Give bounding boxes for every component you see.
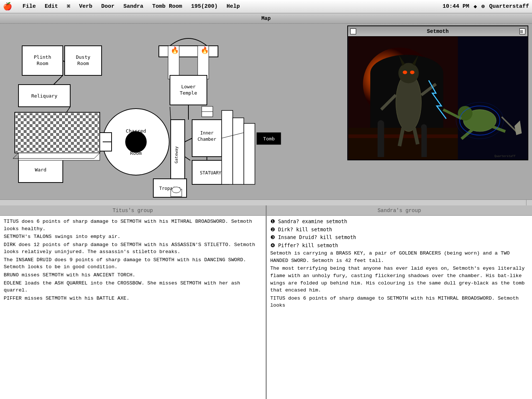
sandra-group-line: ❹ Piffer? kill setmoth bbox=[270, 242, 529, 249]
sandra-group-line: ❸ Insane Druid? kill setmoth bbox=[270, 234, 529, 241]
svg-rect-17 bbox=[18, 153, 100, 160]
titus-group-line: DIRK does 12 points of sharp damage to S… bbox=[4, 241, 262, 256]
scroll-corner bbox=[526, 200, 532, 205]
titus-group-header: Titus's group bbox=[0, 205, 266, 216]
svg-text:Room: Room bbox=[130, 150, 141, 156]
app-icon: ⊕ bbox=[481, 3, 485, 10]
sandra-group-line: The most terrifying being that anyone ha… bbox=[270, 265, 529, 294]
svg-text:Quarterstaff: Quarterstaff bbox=[494, 154, 515, 158]
svg-text:🔥: 🔥 bbox=[171, 46, 179, 54]
bottom-panel: Titus's group TITUS does 6 points of sha… bbox=[0, 205, 532, 399]
menu-help[interactable]: Help bbox=[222, 3, 244, 10]
setmoth-window: Setmoth ≡ bbox=[347, 25, 528, 160]
svg-text:🔥: 🔥 bbox=[201, 46, 209, 54]
horizontal-scrollbar[interactable] bbox=[0, 200, 526, 205]
svg-rect-86 bbox=[378, 124, 384, 157]
map-svg: Plinth Room Dusty Room Reliquary Ward bbox=[0, 24, 288, 205]
svg-rect-28 bbox=[159, 46, 218, 57]
menu-bar: 🍎 File Edit ⌘ Verb Door Sandra Tomb Room… bbox=[0, 0, 532, 13]
apple-menu[interactable]: 🍎 bbox=[3, 2, 12, 11]
titus-group-panel: Titus's group TITUS does 6 points of sha… bbox=[0, 205, 266, 399]
window-zoom-button[interactable]: ≡ bbox=[519, 28, 525, 34]
svg-text:Reliquary: Reliquary bbox=[31, 93, 58, 99]
sandra-group-line: Setmoth is carrying a BRASS KEY, a pair … bbox=[270, 250, 529, 264]
titus-group-line: PIFFER misses SETMOTH with his BATTLE AX… bbox=[4, 295, 262, 302]
svg-text:Room: Room bbox=[37, 61, 48, 66]
svg-text:Inner: Inner bbox=[200, 130, 214, 136]
menu-door[interactable]: Door bbox=[97, 3, 119, 10]
titus-group-line: The INSANE DRUID does 9 points of sharp … bbox=[4, 256, 262, 271]
map-title: Map bbox=[0, 13, 532, 24]
svg-text:Gateway: Gateway bbox=[174, 146, 179, 163]
setmoth-title: Setmoth bbox=[358, 28, 518, 34]
map-canvas: Plinth Room Dusty Room Reliquary Ward bbox=[0, 24, 532, 205]
map-section: Map Plinth Room Dusty Room bbox=[0, 13, 532, 205]
svg-text:Plinth: Plinth bbox=[34, 54, 51, 60]
svg-rect-92 bbox=[352, 38, 353, 39]
svg-point-68 bbox=[398, 63, 419, 83]
svg-text:Room: Room bbox=[77, 61, 89, 66]
svg-rect-66 bbox=[458, 37, 527, 160]
titus-group-content[interactable]: TITUS does 6 points of sharp damage to S… bbox=[0, 216, 266, 399]
svg-rect-87 bbox=[422, 128, 427, 157]
svg-point-71 bbox=[403, 71, 407, 74]
titus-group-line: TITUS does 6 points of sharp damage to S… bbox=[4, 218, 262, 232]
svg-point-89 bbox=[421, 124, 427, 130]
sandra-group-line: TITUS does 6 points of sharp damage to S… bbox=[270, 295, 529, 309]
sandra-group-panel: Sandra's group ❶ Sandra? examine setmoth… bbox=[267, 205, 532, 399]
setmoth-titlebar: Setmoth ≡ bbox=[348, 26, 528, 37]
menu-tomb-room[interactable]: Tomb Room bbox=[148, 3, 187, 10]
svg-rect-16 bbox=[16, 113, 99, 152]
menu-sandra[interactable]: Sandra bbox=[119, 3, 148, 10]
svg-text:Lower: Lower bbox=[181, 84, 195, 89]
svg-text:Dusty: Dusty bbox=[76, 54, 90, 60]
menu-cmd[interactable]: ⌘ bbox=[62, 2, 75, 11]
sandra-group-header: Sandra's group bbox=[267, 205, 532, 216]
svg-point-22 bbox=[126, 132, 146, 152]
sandra-group-content[interactable]: ❶ Sandra? examine setmoth❷ Dirk? kill se… bbox=[267, 216, 532, 399]
svg-text:STATUARY: STATUARY bbox=[200, 170, 222, 175]
svg-text:Chamber: Chamber bbox=[198, 137, 216, 142]
diamond-icon: ◆ bbox=[474, 3, 477, 10]
sandra-group-line: ❶ Sandra? examine setmoth bbox=[270, 218, 529, 225]
setmoth-artwork: Quarterstaff bbox=[348, 37, 528, 160]
titus-group-line: SETMOTH's TALONS swings into empty air. bbox=[4, 233, 262, 241]
svg-rect-46 bbox=[233, 118, 244, 184]
menu-edit[interactable]: Edit bbox=[40, 3, 62, 10]
menu-file[interactable]: File bbox=[18, 3, 40, 10]
svg-text:Ward: Ward bbox=[35, 167, 46, 173]
svg-rect-91 bbox=[348, 37, 349, 38]
svg-point-72 bbox=[410, 71, 415, 74]
svg-rect-47 bbox=[244, 123, 255, 184]
menu-score: 195(200) bbox=[187, 3, 222, 10]
svg-rect-93 bbox=[358, 42, 358, 43]
titus-group-line: BRUNO misses SETMOTH with his ANCIENT TO… bbox=[4, 272, 262, 279]
window-close-button[interactable] bbox=[350, 28, 356, 34]
svg-text:Charred: Charred bbox=[126, 128, 146, 134]
svg-text:Temple: Temple bbox=[180, 90, 197, 96]
main-area: Map Plinth Room Dusty Room bbox=[0, 13, 532, 399]
svg-point-51 bbox=[172, 187, 181, 193]
svg-point-88 bbox=[378, 120, 384, 127]
menu-verb[interactable]: Verb bbox=[75, 3, 97, 10]
app-name: Quarterstaff bbox=[489, 3, 529, 10]
sandra-group-line: ❷ Dirk? kill setmoth bbox=[270, 226, 529, 233]
clock: 10:44 PM bbox=[443, 3, 469, 10]
svg-rect-45 bbox=[222, 110, 233, 184]
svg-text:Tomb: Tomb bbox=[263, 136, 274, 141]
titus-group-line: EOLENE loads the ASH QUARREL into the CR… bbox=[4, 280, 262, 294]
